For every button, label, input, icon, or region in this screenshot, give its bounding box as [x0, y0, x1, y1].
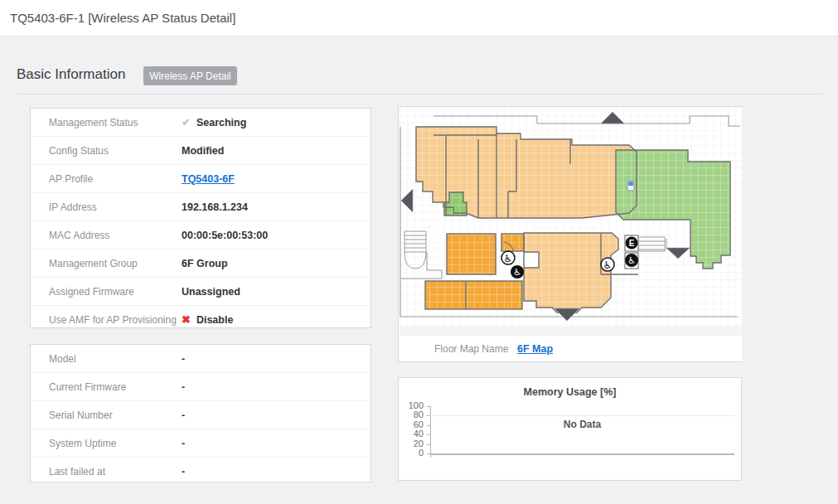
- row-value-wrap: -: [182, 410, 185, 421]
- row-label: Last failed at: [31, 466, 182, 477]
- row-value: 00:00:5e:00:53:00: [182, 230, 268, 241]
- row-value: 6F Group: [182, 258, 228, 269]
- row-label: Assigned Firmware: [31, 286, 182, 298]
- svg-text:E: E: [629, 239, 635, 248]
- row-value: Disable: [196, 314, 233, 326]
- row-value-wrap: -: [182, 381, 185, 393]
- table-row: Model -: [31, 345, 371, 373]
- y-axis-tick-label: 0: [399, 448, 424, 458]
- status-table-panel: Management Status ✔Searching Config Stat…: [30, 108, 371, 328]
- row-value-wrap: ✔Searching: [182, 117, 246, 128]
- row-value-wrap: 6F Group: [182, 258, 228, 269]
- row-value-wrap: ✖Disable: [182, 314, 233, 326]
- row-value-wrap: Unassigned: [182, 286, 240, 298]
- row-value-wrap: -: [182, 438, 185, 449]
- y-axis-tick-mark: [427, 415, 430, 416]
- titlebar: TQ5403-6F-1 [Wireless AP Status Detail]: [0, 0, 838, 36]
- row-value-wrap: Modified: [182, 145, 224, 157]
- row-label: AP Profile: [31, 173, 182, 185]
- row-label: Use AMF for AP Provisioning: [31, 314, 182, 326]
- ap-marker-icon[interactable]: [627, 181, 634, 191]
- y-axis-tick-mark: [427, 434, 430, 435]
- row-value: -: [182, 353, 185, 365]
- row-value-wrap: -: [182, 466, 185, 477]
- row-value-wrap: 192.168.1.234: [182, 201, 248, 213]
- device-table-panel: Model - Current Firmware - Serial Number…: [30, 344, 371, 482]
- y-axis-tick-mark: [427, 406, 430, 407]
- table-row: IP Address 192.168.1.234: [31, 193, 371, 221]
- row-label: Management Group: [31, 258, 182, 269]
- row-value-wrap: TQ5403-6F: [182, 173, 235, 185]
- ap-profile-link[interactable]: TQ5403-6F: [182, 173, 235, 185]
- table-row: Last failed at -: [31, 458, 371, 485]
- row-label: MAC Address: [31, 230, 182, 241]
- memory-usage-panel: Memory Usage [%] No Data 100806040200: [398, 377, 742, 481]
- row-value: Modified: [182, 145, 224, 157]
- y-axis-tick-mark: [427, 453, 430, 454]
- table-row: Management Group 6F Group: [31, 250, 371, 278]
- table-row: MAC Address 00:00:5e:00:53:00: [31, 221, 371, 250]
- map-footer-strip: [400, 326, 742, 336]
- row-label: Serial Number: [31, 410, 182, 421]
- row-value: Searching: [196, 117, 246, 128]
- table-row: Serial Number -: [31, 401, 371, 429]
- row-value-wrap: -: [182, 353, 185, 365]
- table-row: AP Profile TQ5403-6F: [31, 165, 371, 193]
- row-label: Model: [31, 353, 182, 365]
- svg-text:♿: ♿: [603, 259, 613, 271]
- row-value: -: [182, 438, 185, 449]
- row-value: -: [182, 381, 185, 393]
- floor-map-panel: ♿ ♿ ♿ ♿ E Floor Map: [398, 106, 742, 362]
- chart-title: Memory Usage [%]: [399, 386, 741, 398]
- table-row: System Uptime -: [31, 429, 371, 458]
- check-icon: ✔: [182, 117, 191, 128]
- y-axis-tick-mark: [427, 444, 430, 445]
- floor-map-canvas[interactable]: ♿ ♿ ♿ ♿ E: [400, 108, 742, 326]
- table-row: Management Status ✔Searching: [31, 109, 371, 137]
- chart-plot-area: No Data: [430, 406, 734, 453]
- chart-no-data-label: No Data: [430, 419, 734, 430]
- chart-baseline: [430, 453, 734, 455]
- table-row: Use AMF for AP Provisioning ✖Disable: [31, 306, 371, 333]
- row-value-wrap: 00:00:5e:00:53:00: [182, 230, 268, 241]
- row-label: Management Status: [31, 117, 182, 128]
- row-label: IP Address: [31, 201, 182, 213]
- app-window: TQ5403-6F-1 [Wireless AP Status Detail] …: [0, 0, 838, 504]
- floor-map-name-label: Floor Map Name: [434, 343, 517, 355]
- table-row: Config Status Modified: [31, 137, 371, 165]
- row-label: Current Firmware: [31, 381, 182, 393]
- page-title: TQ5403-6F-1 [Wireless AP Status Detail]: [10, 0, 235, 36]
- row-value: -: [182, 466, 185, 477]
- wireless-ap-detail-button[interactable]: Wireless AP Detail: [143, 66, 237, 85]
- floor-map-link[interactable]: 6F Map: [517, 343, 553, 355]
- row-value: Unassigned: [182, 286, 240, 298]
- y-axis-tick-mark: [427, 425, 430, 426]
- section-divider: [17, 94, 821, 94]
- row-label: System Uptime: [31, 438, 182, 449]
- cross-icon: ✖: [182, 314, 191, 325]
- row-value: -: [182, 410, 185, 421]
- section-heading: Basic Information: [17, 66, 125, 83]
- table-row: Current Firmware -: [31, 373, 371, 401]
- row-label: Config Status: [31, 145, 182, 157]
- map-footer: Floor Map Name 6F Map: [400, 336, 742, 361]
- elevator-icon: E: [626, 237, 638, 250]
- table-row: Assigned Firmware Unassigned: [31, 278, 371, 306]
- svg-text:♿: ♿: [513, 267, 521, 278]
- row-value: 192.168.1.234: [182, 201, 248, 213]
- chart-gridline: [430, 415, 734, 416]
- svg-text:♿: ♿: [504, 253, 513, 264]
- svg-text:♿: ♿: [627, 255, 636, 266]
